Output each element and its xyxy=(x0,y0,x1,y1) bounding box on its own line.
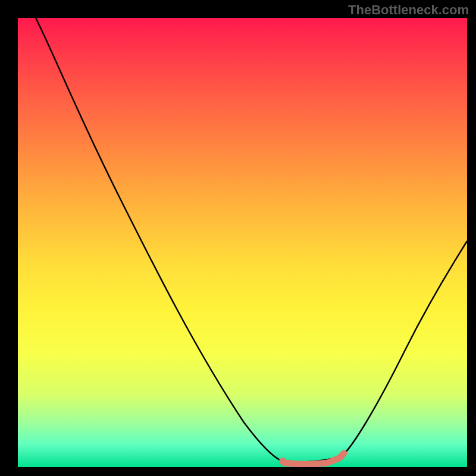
watermark-text: TheBottleneck.com xyxy=(348,2,469,18)
plot-area xyxy=(18,18,467,467)
bottleneck-curve-svg xyxy=(18,18,467,467)
optimal-range-highlight xyxy=(284,453,344,464)
bottleneck-curve-path xyxy=(36,18,467,462)
